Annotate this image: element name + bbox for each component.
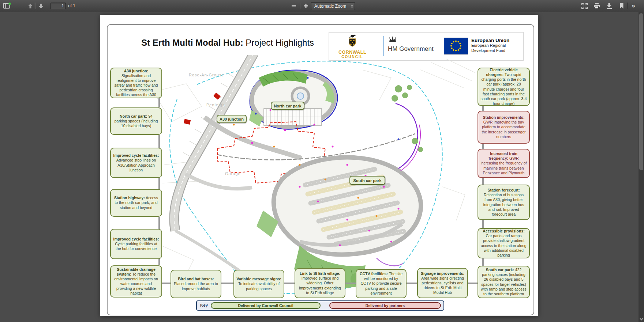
callout-title: Accessible provisions: [483, 229, 524, 233]
callout-text: Car parks and ramps provide shallow grad… [481, 234, 526, 257]
connector [482, 178, 484, 185]
scrollbar-thumb[interactable] [639, 13, 643, 170]
sidebar-toggle-icon [3, 3, 11, 9]
download-button[interactable] [604, 1, 614, 10]
callout-text: GWR improving the bay platform to accomm… [482, 120, 525, 139]
callout-text: Area wide signs directing pedestrians, c… [421, 276, 464, 295]
callout-text: Improved surface and widening. Other imp… [299, 276, 341, 295]
callout-south-car-park: South car park: 422 parking spaces (incl… [478, 266, 530, 298]
connector [407, 283, 417, 284]
callout-bird-bat-boxes: Bird and bat boxes: Placed around the ar… [171, 270, 221, 298]
previous-page-button[interactable] [26, 1, 35, 10]
callout-accessible-provisions: Accessible provisions: Car parks and ram… [478, 228, 530, 258]
callout-text: To indicate availability of parking spac… [238, 281, 280, 291]
connector [221, 283, 233, 284]
connector [482, 144, 484, 149]
callout-sustainable-drainage: Sustainable drainage system: To reduce t… [110, 265, 162, 298]
callout-text: Two rapid charging ports in the north ca… [480, 72, 527, 106]
arrow-up-icon [28, 3, 33, 9]
connector [158, 178, 160, 189]
key-label: Key [200, 303, 208, 307]
map-place-label: Garage [225, 171, 241, 176]
callout-variable-message-signs: Variable message signs: To indicate avai… [233, 270, 284, 298]
pdf-toolbar: of 1 Automatic Zoom [0, 0, 644, 12]
callout-title: A30 junction: [124, 69, 149, 73]
callout-title: North car park: [120, 114, 147, 118]
callout-text: Advanced stop lines on A30/Station Appro… [116, 158, 156, 172]
connector [482, 258, 484, 266]
document-page: St Erth Multi Modal Hub: Project Highlig… [100, 15, 538, 316]
page-number-input[interactable] [50, 3, 66, 9]
dropdown-spinner-icon [349, 3, 355, 10]
more-tools-button[interactable]: » [629, 1, 638, 10]
zoom-in-button[interactable] [301, 1, 311, 10]
chevron-double-right-icon: » [632, 2, 636, 10]
callout-cycle-parking: Improved cycle facilities: Cycle parking… [110, 229, 162, 259]
chevron-down-icon [640, 318, 643, 321]
callout-ev-chargers: Electric vehicle chargers: Two rapid cha… [478, 68, 530, 106]
toolbar-separator [35, 3, 35, 9]
callout-title: Station improvements: [483, 115, 525, 120]
callout-text: Placed around the area to improve habita… [174, 281, 218, 291]
map-place-label: Penleigh [206, 103, 225, 107]
bookmark-icon [619, 3, 624, 9]
print-button[interactable] [592, 1, 602, 10]
connector [158, 98, 160, 107]
callout-cycle-stop-lines: Improved cycle facilities: Advanced stop… [110, 148, 162, 178]
connector [162, 283, 171, 284]
eu-text-2: European Regional [471, 43, 509, 48]
callout-train-frequency: Increased train frequency: GWR increasin… [478, 149, 530, 178]
callout-a30-junction: A30 junction: Signalisation and realignm… [110, 68, 162, 98]
vertical-scrollbar[interactable] [639, 12, 644, 322]
connector [158, 135, 160, 148]
connector [468, 283, 478, 284]
callout-title: Signage improvements: [421, 271, 464, 276]
callout-text: Relocation of bus stops from A30, giving… [483, 193, 524, 216]
callout-link-st-erth-village: Link to St Erth village: Improved surfac… [295, 268, 345, 298]
callout-title: CCTV facilities: [360, 272, 388, 276]
connector [482, 220, 484, 228]
map-label-north-car-park: North car park [271, 102, 304, 110]
eu-logo: European Union European Regional Develop… [444, 38, 509, 54]
toolbar-separator [627, 3, 628, 9]
key-delivered-by-partners: Delivered by partners [329, 302, 441, 309]
eu-text-3: Development Fund [471, 48, 509, 53]
connector [158, 217, 160, 229]
page-count-label: of 1 [68, 3, 75, 8]
poster-title: St Erth Multi Modal Hub: Project Highlig… [141, 38, 314, 48]
next-page-button[interactable] [36, 1, 46, 10]
minus-icon [291, 3, 296, 8]
plus-icon [303, 3, 308, 8]
download-icon [606, 3, 612, 9]
cornwall-logo-text-1: CORNWALL [335, 50, 370, 55]
callout-title: Bird and bat boxes: [178, 277, 214, 281]
zoom-out-button[interactable] [289, 1, 299, 10]
sidebar-notification-dot [8, 3, 11, 5]
callout-station-highway: Station highway: Access to the north car… [110, 189, 162, 217]
key-delivered-by-council: Delivered by Cornwall Council [211, 302, 321, 309]
callout-title: Improved cycle facilities: [113, 153, 159, 158]
callout-title: South car park: [486, 268, 514, 272]
crown-icon [388, 36, 397, 43]
scroll-down-button[interactable] [639, 316, 644, 322]
hm-government-label: HM Government [388, 45, 434, 53]
sidebar-toggle-button[interactable] [2, 1, 12, 10]
callout-text: Signalisation and realignment to improve… [115, 73, 158, 97]
eu-flag-icon [444, 38, 468, 54]
callout-station-improvements: Station improvements: GWR improving the … [478, 111, 530, 144]
callout-title: Link to St Erth village: [300, 271, 340, 276]
bookmark-button[interactable] [617, 1, 626, 10]
key-legend: Key Delivered by Cornwall Council Delive… [196, 300, 444, 311]
zoom-select-dropdown[interactable]: Automatic Zoom [311, 2, 355, 10]
callout-signage-improvements: Signage improvements: Area wide signs di… [417, 268, 468, 298]
hm-blue-bar [383, 36, 384, 56]
presentation-mode-button[interactable] [580, 1, 589, 10]
connector [482, 106, 484, 111]
cornwall-crest-icon [344, 34, 360, 48]
zoom-select-value: Automatic Zoom [311, 4, 349, 9]
map-place-label: Rose-An-Grouse [189, 73, 224, 77]
map-label-a30-junction: A30 junction [217, 115, 247, 123]
toolbar-separator [300, 3, 300, 9]
printer-icon [594, 3, 600, 9]
map-label-south-car-park: South car park [349, 176, 385, 185]
